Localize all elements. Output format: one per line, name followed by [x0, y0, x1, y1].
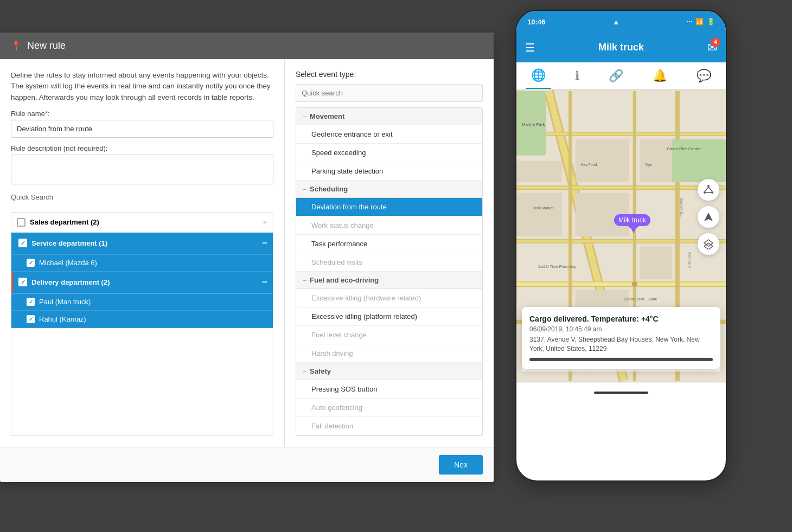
rahul-checkbox[interactable]: [27, 315, 35, 323]
truck-label: Milk truck: [614, 214, 650, 226]
location-icon: ▲: [612, 18, 619, 26]
delivery-checkbox[interactable]: [18, 278, 27, 286]
svg-text:Just In Time Pharmacy: Just In Time Pharmacy: [538, 265, 577, 269]
svg-point-46: [704, 191, 706, 194]
group-row-service[interactable]: Service department (1) −: [11, 233, 273, 254]
info-card-date: 06/09/2019, 10:45:49 am: [529, 325, 713, 333]
svg-text:Sterling Nati... Bank: Sterling Nati... Bank: [624, 297, 657, 302]
scheduling-label: Scheduling: [310, 185, 348, 193]
phone-nav: 🌐 ℹ 🔗 🔔 💬: [516, 62, 726, 89]
left-pane: Define the rules to stay informed about …: [0, 59, 285, 447]
movement-collapse-icon[interactable]: −: [303, 113, 306, 120]
notification-badge: 4: [711, 37, 720, 47]
phone-header-title: Milk truck: [535, 42, 707, 53]
svg-text:Key Food: Key Food: [581, 163, 597, 167]
home-indicator: [594, 392, 648, 394]
sub-row-rahul[interactable]: Rahul (Kamaz): [11, 311, 273, 328]
svg-text:Clean Rite Center: Clean Rite Center: [667, 146, 701, 151]
map-layers-btn[interactable]: [698, 233, 719, 255]
dialog-header: 📍 New rule: [0, 33, 494, 59]
rule-name-label: Rule name*:: [11, 110, 273, 118]
sales-add-btn[interactable]: +: [263, 217, 267, 227]
dialog-footer: Nex: [0, 447, 494, 482]
paul-checkbox[interactable]: [27, 298, 35, 306]
delivery-minus-btn[interactable]: −: [261, 277, 267, 288]
sub-row-michael[interactable]: Michael (Mazda 6): [11, 254, 273, 272]
event-search-input[interactable]: [296, 84, 483, 102]
wifi-icon: 📶: [695, 18, 704, 25]
group-row-delivery[interactable]: Delivery department (2) −: [11, 272, 273, 293]
info-card: Cargo delivered. Temperature: +4°C 06/09…: [522, 307, 720, 369]
scheduling-collapse-icon[interactable]: −: [303, 185, 306, 193]
service-checkbox[interactable]: [18, 239, 27, 247]
right-pane: Select event type: − Movement Geofence e…: [285, 59, 494, 447]
sub-row-paul[interactable]: Paul (Man truck): [11, 293, 273, 311]
michael-checkbox[interactable]: [27, 259, 35, 267]
category-scheduling: − Scheduling: [296, 181, 482, 198]
status-time: 10:46: [527, 18, 545, 26]
status-bar: 10:46 ▲ ··· 📶 🔋: [516, 11, 726, 33]
phone-bottom: [516, 382, 726, 402]
quick-search-label: Quick Search: [11, 193, 273, 201]
map-navigate-btn[interactable]: [698, 206, 719, 228]
hamburger-icon[interactable]: ☰: [525, 41, 535, 54]
event-excidle-pl[interactable]: Excessive idling (platform related): [296, 307, 482, 326]
select-event-label: Select event type:: [296, 70, 483, 79]
event-sos[interactable]: Pressing SOS button: [296, 380, 482, 399]
phone-container: 10:46 ▲ ··· 📶 🔋 ☰ Milk truck ✉ 4 🌐 ℹ 🔗 🔔…: [515, 10, 727, 482]
svg-text:Marine Park: Marine Park: [522, 122, 545, 127]
navigate-icon: [703, 211, 714, 222]
rule-name-field: Rule name*:: [11, 110, 273, 138]
nav-tab-chat[interactable]: 💬: [691, 63, 717, 88]
svg-text:Avenue V: Avenue V: [688, 252, 692, 268]
next-button[interactable]: Nex: [439, 455, 483, 475]
dots-icon: ···: [687, 18, 692, 25]
svg-rect-20: [640, 247, 672, 279]
svg-point-47: [711, 191, 713, 194]
event-parking[interactable]: Parking state detection: [296, 162, 482, 181]
event-harsh: Harsh driving: [296, 344, 482, 363]
sales-checkbox[interactable]: [17, 218, 25, 227]
event-list: − Movement Geofence entrance or exit Spe…: [296, 107, 483, 436]
event-autogeo: Auto geofencing: [296, 399, 482, 417]
nav-tab-map[interactable]: 🌐: [526, 63, 551, 89]
event-geofence[interactable]: Geofence entrance or exit: [296, 125, 482, 144]
event-deviation[interactable]: Deviation from the route: [296, 198, 482, 216]
service-minus-btn[interactable]: −: [261, 238, 267, 249]
event-scheduled: Scheduled visits: [296, 253, 482, 272]
rahul-label: Rahul (Kamaz): [39, 315, 267, 323]
info-card-address: 3137, Avenue V, Sheepshead Bay Houses, N…: [529, 335, 713, 354]
svg-marker-51: [704, 213, 713, 221]
event-excidle-hw: Excessive idling (hardware related): [296, 289, 482, 307]
paul-label: Paul (Man truck): [39, 298, 267, 306]
rule-desc-input[interactable]: [11, 155, 273, 184]
category-fuel: − Fuel and eco-driving: [296, 272, 482, 289]
rule-name-input[interactable]: [11, 120, 273, 138]
group-row-sales[interactable]: Sales department (2) +: [11, 213, 273, 233]
info-card-progress-bar: [529, 358, 713, 361]
event-fuel-change: Fuel level change: [296, 326, 482, 344]
category-movement: − Movement: [296, 108, 482, 125]
dialog-body: Define the rules to stay informed about …: [0, 59, 494, 447]
safety-collapse-icon[interactable]: −: [303, 368, 306, 375]
phone-map: Marine Park Clean Rite Center Spa Key Fo…: [516, 89, 726, 382]
phone-header: ☰ Milk truck ✉ 4: [516, 33, 726, 62]
event-taskperf[interactable]: Task performance: [296, 235, 482, 253]
nav-tab-info[interactable]: ℹ: [570, 63, 585, 88]
fuel-collapse-icon[interactable]: −: [303, 277, 306, 284]
battery-icon: 🔋: [707, 18, 715, 25]
svg-line-49: [708, 187, 712, 191]
svg-text:Spa: Spa: [646, 163, 652, 167]
event-fall: Fall detection: [296, 417, 482, 435]
event-workstatus: Work status change: [296, 216, 482, 235]
service-label: Service department (1): [31, 239, 257, 247]
event-speed[interactable]: Speed exceeding: [296, 144, 482, 162]
dialog-title: New rule: [27, 40, 66, 52]
notification-button[interactable]: ✉ 4: [707, 41, 717, 55]
sales-label: Sales department (2): [30, 218, 258, 226]
svg-line-48: [705, 187, 708, 191]
nav-tab-alerts[interactable]: 🔔: [647, 63, 673, 88]
nav-tab-route[interactable]: 🔗: [603, 63, 629, 88]
map-network-btn[interactable]: [698, 179, 719, 201]
location-pin-icon: 📍: [11, 41, 22, 51]
